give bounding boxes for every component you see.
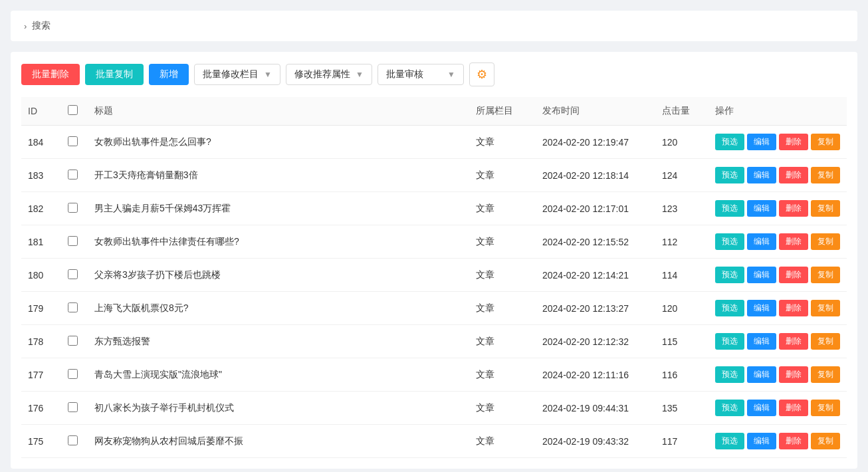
row-checkbox[interactable] bbox=[68, 302, 78, 312]
cell-check bbox=[61, 325, 88, 358]
row-checkbox[interactable] bbox=[68, 136, 78, 146]
delete-button[interactable]: 删除 bbox=[779, 400, 808, 416]
add-new-button[interactable]: 新增 bbox=[149, 64, 189, 85]
delete-button[interactable]: 删除 bbox=[779, 300, 808, 316]
cell-check bbox=[61, 225, 88, 259]
cell-time: 2024-02-20 12:12:32 bbox=[536, 325, 655, 358]
cell-clicks: 116 bbox=[655, 358, 708, 392]
data-table: ID 标题 所属栏目 发布时间 点击量 操作 184 女教师出轨事件是怎么回事?… bbox=[21, 97, 847, 458]
edit-button[interactable]: 编辑 bbox=[747, 300, 776, 316]
row-checkbox[interactable] bbox=[68, 269, 78, 279]
row-checkbox[interactable] bbox=[68, 203, 78, 213]
batch-modify-col-dropdown[interactable]: 批量修改栏目 ▼ bbox=[194, 64, 280, 85]
cell-time: 2024-02-19 09:43:32 bbox=[536, 425, 655, 458]
search-panel[interactable]: › 搜索 bbox=[11, 11, 857, 41]
edit-button[interactable]: 编辑 bbox=[747, 134, 776, 150]
cell-actions: 预选 编辑 删除 复制 bbox=[708, 292, 847, 325]
action-buttons: 预选 编辑 删除 复制 bbox=[715, 400, 840, 416]
gear-icon: ⚙ bbox=[477, 67, 487, 82]
cell-title: 初八家长为孩子举行手机封机仪式 bbox=[88, 392, 469, 425]
preview-button[interactable]: 预选 bbox=[715, 233, 744, 250]
chevron-right-icon: › bbox=[24, 21, 27, 31]
cell-title: 开工3天痔疮膏销量翻3倍 bbox=[88, 159, 469, 192]
cell-id: 184 bbox=[21, 126, 61, 159]
delete-button[interactable]: 删除 bbox=[779, 233, 808, 250]
cell-actions: 预选 编辑 删除 复制 bbox=[708, 126, 847, 159]
row-checkbox[interactable] bbox=[68, 336, 78, 346]
cell-title: 女教师出轨事件中法律责任有哪些? bbox=[88, 225, 469, 259]
cell-actions: 预选 编辑 删除 复制 bbox=[708, 159, 847, 192]
row-checkbox[interactable] bbox=[68, 369, 78, 379]
preview-button[interactable]: 预选 bbox=[715, 300, 744, 316]
cell-id: 178 bbox=[21, 325, 61, 358]
cell-check bbox=[61, 392, 88, 425]
edit-button[interactable]: 编辑 bbox=[747, 167, 776, 183]
preview-button[interactable]: 预选 bbox=[715, 333, 744, 350]
select-all-checkbox[interactable] bbox=[68, 105, 78, 115]
copy-button[interactable]: 复制 bbox=[811, 233, 840, 250]
copy-button[interactable]: 复制 bbox=[811, 134, 840, 150]
edit-button[interactable]: 编辑 bbox=[747, 333, 776, 350]
preview-button[interactable]: 预选 bbox=[715, 366, 744, 383]
row-checkbox[interactable] bbox=[68, 402, 78, 412]
delete-button[interactable]: 删除 bbox=[779, 200, 808, 217]
delete-button[interactable]: 删除 bbox=[779, 333, 808, 350]
table-row: 178 东方甄选报警 文章 2024-02-20 12:12:32 115 预选… bbox=[21, 325, 847, 358]
delete-button[interactable]: 删除 bbox=[779, 366, 808, 383]
cell-check bbox=[61, 358, 88, 392]
table-row: 183 开工3天痔疮膏销量翻3倍 文章 2024-02-20 12:18:14 … bbox=[21, 159, 847, 192]
copy-button[interactable]: 复制 bbox=[811, 167, 840, 183]
edit-button[interactable]: 编辑 bbox=[747, 200, 776, 217]
preview-button[interactable]: 预选 bbox=[715, 267, 744, 283]
preview-button[interactable]: 预选 bbox=[715, 134, 744, 150]
delete-button[interactable]: 删除 bbox=[779, 134, 808, 150]
delete-button[interactable]: 删除 bbox=[779, 433, 808, 449]
row-checkbox[interactable] bbox=[68, 236, 78, 246]
edit-button[interactable]: 编辑 bbox=[747, 267, 776, 283]
table-row: 175 网友称宠物狗从农村回城后萎靡不振 文章 2024-02-19 09:43… bbox=[21, 425, 847, 458]
edit-button[interactable]: 编辑 bbox=[747, 233, 776, 250]
col-header-id: ID bbox=[21, 97, 61, 126]
copy-button[interactable]: 复制 bbox=[811, 300, 840, 316]
copy-button[interactable]: 复制 bbox=[811, 200, 840, 217]
preview-button[interactable]: 预选 bbox=[715, 200, 744, 217]
edit-button[interactable]: 编辑 bbox=[747, 433, 776, 449]
cell-id: 175 bbox=[21, 425, 61, 458]
batch-delete-button[interactable]: 批量删除 bbox=[21, 64, 80, 85]
copy-button[interactable]: 复制 bbox=[811, 267, 840, 283]
row-checkbox[interactable] bbox=[68, 170, 78, 179]
table-row: 181 女教师出轨事件中法律责任有哪些? 文章 2024-02-20 12:15… bbox=[21, 225, 847, 259]
table-header-row: ID 标题 所属栏目 发布时间 点击量 操作 bbox=[21, 97, 847, 126]
delete-button[interactable]: 删除 bbox=[779, 167, 808, 183]
cell-clicks: 135 bbox=[655, 392, 708, 425]
action-buttons: 预选 编辑 删除 复制 bbox=[715, 200, 840, 217]
cell-title: 东方甄选报警 bbox=[88, 325, 469, 358]
copy-button[interactable]: 复制 bbox=[811, 433, 840, 449]
settings-button[interactable]: ⚙ bbox=[469, 62, 494, 86]
modify-recommend-dropdown[interactable]: 修改推荐属性 ▼ bbox=[286, 64, 372, 85]
action-buttons: 预选 编辑 删除 复制 bbox=[715, 433, 840, 449]
copy-button[interactable]: 复制 bbox=[811, 366, 840, 383]
batch-copy-button[interactable]: 批量复制 bbox=[85, 64, 144, 85]
cell-category: 文章 bbox=[469, 392, 536, 425]
batch-review-dropdown[interactable]: 批量审核 ▼ bbox=[378, 64, 464, 85]
copy-button[interactable]: 复制 bbox=[811, 400, 840, 416]
preview-button[interactable]: 预选 bbox=[715, 167, 744, 183]
preview-button[interactable]: 预选 bbox=[715, 400, 744, 416]
edit-button[interactable]: 编辑 bbox=[747, 400, 776, 416]
delete-button[interactable]: 删除 bbox=[779, 267, 808, 283]
copy-button[interactable]: 复制 bbox=[811, 333, 840, 350]
cell-actions: 预选 编辑 删除 复制 bbox=[708, 358, 847, 392]
cell-time: 2024-02-20 12:14:21 bbox=[536, 259, 655, 292]
table-row: 184 女教师出轨事件是怎么回事? 文章 2024-02-20 12:19:47… bbox=[21, 126, 847, 159]
edit-button[interactable]: 编辑 bbox=[747, 366, 776, 383]
preview-button[interactable]: 预选 bbox=[715, 433, 744, 449]
cell-category: 文章 bbox=[469, 259, 536, 292]
cell-clicks: 123 bbox=[655, 192, 708, 225]
action-buttons: 预选 编辑 删除 复制 bbox=[715, 300, 840, 316]
cell-clicks: 117 bbox=[655, 425, 708, 458]
chevron-down-icon: ▼ bbox=[264, 70, 272, 79]
row-checkbox[interactable] bbox=[68, 435, 78, 445]
cell-id: 183 bbox=[21, 159, 61, 192]
cell-category: 文章 bbox=[469, 159, 536, 192]
